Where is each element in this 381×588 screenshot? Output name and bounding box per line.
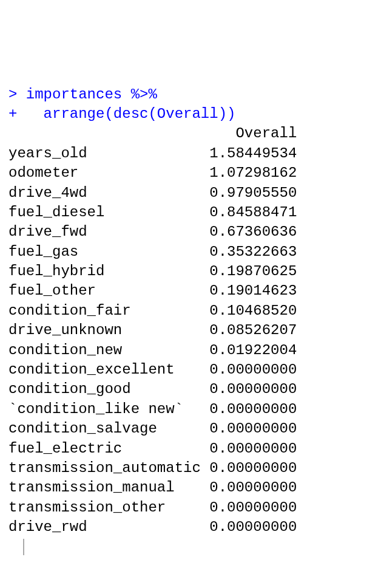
r-console[interactable]: > importances %>%+ arrange(desc(Overall)… <box>8 85 373 557</box>
output-row: transmission_other 0.00000000 <box>8 498 373 518</box>
output-row: fuel_gas 0.35322663 <box>8 242 373 262</box>
output-row: condition_salvage 0.00000000 <box>8 419 373 439</box>
console-input-line-2: + arrange(desc(Overall)) <box>8 104 373 124</box>
output-row: `condition_like new` 0.00000000 <box>8 400 373 419</box>
console-input-line-1: > importances %>% <box>8 85 373 104</box>
output-row: fuel_hybrid 0.19870625 <box>8 262 373 281</box>
output-row: transmission_manual 0.00000000 <box>8 478 373 497</box>
output-row: fuel_diesel 0.84588471 <box>8 203 373 222</box>
output-row: odometer 1.07298162 <box>8 163 373 183</box>
output-row: drive_unknown 0.08526207 <box>8 321 373 340</box>
text-cursor <box>23 539 24 555</box>
output-header: Overall <box>8 124 373 143</box>
output-row: condition_excellent 0.00000000 <box>8 360 373 380</box>
output-row: condition_fair 0.10468520 <box>8 301 373 321</box>
output-row: fuel_other 0.19014623 <box>8 281 373 301</box>
output-row: fuel_electric 0.00000000 <box>8 439 373 459</box>
output-row: condition_good 0.00000000 <box>8 380 373 399</box>
output-row: transmission_automatic 0.00000000 <box>8 459 373 478</box>
output-row: drive_fwd 0.67360636 <box>8 222 373 242</box>
output-row: drive_4wd 0.97905550 <box>8 183 373 203</box>
output-row: drive_rwd 0.00000000 <box>8 518 373 537</box>
cursor-line <box>8 538 373 557</box>
output-row: condition_new 0.01922004 <box>8 341 373 360</box>
output-row: years_old 1.58449534 <box>8 144 373 163</box>
output-rows: years_old 1.58449534odometer 1.07298162d… <box>8 144 373 538</box>
